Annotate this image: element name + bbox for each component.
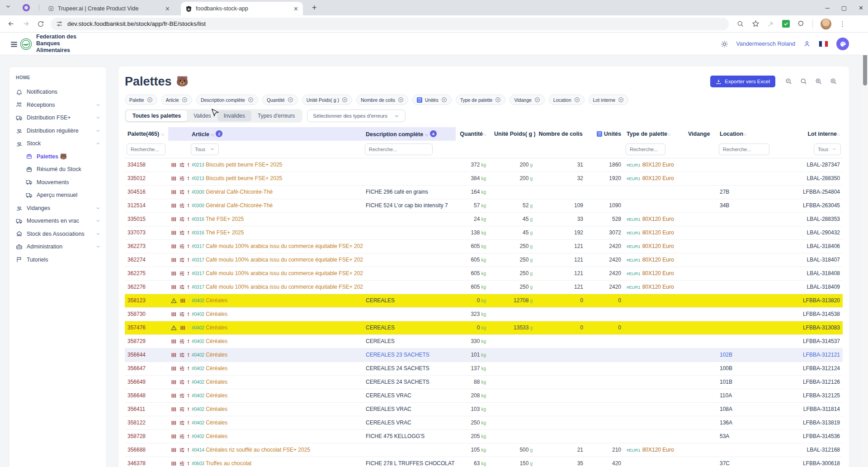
tab-close-icon[interactable]: ✕ — [165, 5, 170, 12]
extension-check-icon[interactable] — [782, 20, 790, 28]
tab-search-icon[interactable] — [5, 4, 11, 9]
zoom-out-icon[interactable] — [785, 78, 793, 85]
details-icon[interactable] — [179, 461, 185, 467]
history-icon[interactable] — [187, 203, 189, 209]
extension-disabled-icon[interactable] — [767, 20, 774, 28]
col-header-nombre-colis[interactable]: Nombre de colis — [535, 127, 586, 141]
barcode-icon[interactable] — [171, 406, 177, 412]
barcode-icon[interactable] — [171, 230, 177, 236]
tab-close-icon[interactable]: ✕ — [293, 5, 298, 12]
remove-chip-icon[interactable] — [342, 97, 348, 103]
zoom-fit-icon[interactable] — [830, 78, 837, 85]
col-header-article[interactable]: Article ↑↓2 — [189, 127, 363, 141]
table-row[interactable]: 358729#0402 CéréalesCEREALES330kgLFBBA-3… — [125, 334, 843, 348]
barcode-icon[interactable] — [171, 366, 177, 372]
details-icon[interactable] — [179, 434, 185, 439]
barcode-icon[interactable] — [171, 434, 177, 439]
barcode-icon[interactable] — [171, 271, 177, 276]
barcode-icon[interactable] — [171, 338, 177, 344]
palette-filter-select[interactable]: Recherche... — [127, 143, 165, 155]
remove-chip-icon[interactable] — [441, 97, 447, 103]
table-row[interactable]: 334158#0213 Biscuits petit beurre FSE+ 2… — [125, 158, 843, 172]
sidebar-item-r-sum-du-stock[interactable]: Résumé du Stock — [16, 163, 101, 176]
filter-chip-type-de-palette[interactable]: Type de palette — [456, 95, 506, 105]
table-row[interactable]: 356647#0402 CéréalesCEREALES 24 SACHETS1… — [125, 362, 843, 375]
window-close-button[interactable]: ✕ — [859, 5, 863, 11]
remove-chip-icon[interactable] — [574, 97, 580, 103]
filter-chip-unit-s[interactable]: Unités — [412, 95, 452, 105]
filter-chip-description-compl-te[interactable]: Description complète — [196, 95, 258, 105]
theme-toggle-icon[interactable] — [721, 40, 728, 48]
remove-chip-icon[interactable] — [495, 97, 501, 103]
col-header-unites[interactable]: Unités — [586, 127, 624, 141]
details-icon[interactable] — [179, 271, 185, 276]
history-icon[interactable] — [187, 406, 189, 412]
browser-tab-trupeer[interactable]: Trupeer.ai | Create Product Vide ✕ — [43, 2, 175, 15]
barcode-icon[interactable] — [171, 311, 177, 317]
details-icon[interactable] — [179, 393, 185, 399]
tab-group-icon[interactable] — [23, 4, 30, 11]
details-icon[interactable] — [179, 257, 185, 263]
remove-chip-icon[interactable] — [182, 97, 188, 103]
table-row[interactable]: 356649#0402 CéréalesCEREALES 24 SACHETS8… — [125, 375, 843, 389]
details-icon[interactable] — [179, 243, 185, 249]
history-icon[interactable] — [187, 461, 189, 467]
remove-chip-icon[interactable] — [618, 97, 624, 103]
site-settings-icon[interactable] — [56, 20, 63, 27]
url-bar[interactable]: dev.stock.foodbanksit.be/stock/app/fr-BE… — [51, 18, 729, 30]
details-icon[interactable] — [179, 203, 185, 209]
window-maximize-button[interactable]: ▢ — [841, 5, 847, 11]
barcode-icon[interactable] — [171, 393, 177, 399]
barcode-icon[interactable] — [171, 461, 177, 467]
sidebar-item-distribution-r-guli-re[interactable]: Distribution régulière — [16, 124, 101, 138]
page-scrollbar[interactable] — [862, 33, 868, 467]
barcode-icon[interactable] — [171, 284, 177, 290]
barcode-icon[interactable] — [171, 352, 177, 358]
history-icon[interactable] — [187, 271, 189, 276]
barcode-icon[interactable] — [171, 243, 177, 249]
table-row[interactable]: 356644#0402 CéréalesCEREALES 23 SACHETS1… — [125, 348, 843, 362]
table-row[interactable]: 356411#0402 CéréalesCEREALES VRAC103kg10… — [125, 402, 843, 416]
history-icon[interactable] — [187, 393, 189, 399]
details-icon[interactable] — [179, 189, 185, 195]
language-flag-icon[interactable] — [819, 41, 828, 47]
details-icon[interactable] — [179, 311, 185, 317]
details-icon[interactable] — [188, 298, 189, 304]
profile-avatar[interactable] — [821, 19, 831, 29]
col-header-type-palette[interactable]: Type de palette↑↓ — [624, 127, 685, 141]
filter-chip-quantit-[interactable]: Quantité — [262, 95, 298, 105]
details-icon[interactable] — [179, 420, 185, 426]
details-icon[interactable] — [179, 406, 185, 412]
barcode-icon[interactable] — [171, 447, 177, 453]
history-icon[interactable] — [187, 176, 189, 181]
history-icon[interactable] — [187, 420, 189, 426]
history-icon[interactable] — [187, 243, 189, 249]
bookmark-star-icon[interactable] — [752, 20, 760, 28]
history-icon[interactable] — [187, 189, 189, 195]
reload-button[interactable] — [37, 20, 44, 28]
filter-chip-lot-interne[interactable]: Lot interne — [589, 95, 629, 105]
article-filter-select[interactable]: Tous — [191, 143, 219, 155]
sidebar-item-mouvements[interactable]: Mouvements — [16, 176, 101, 189]
table-row[interactable]: 356688#0414 Céréales riz soufflé au choc… — [125, 443, 843, 457]
sidebar-item-tutoriels[interactable]: Tutoriels — [16, 253, 101, 267]
col-header-lot-interne[interactable]: Lot interne↑↓ — [772, 127, 843, 141]
remove-chip-icon[interactable] — [288, 97, 293, 103]
col-header-quantite[interactable]: Quantité↑↓ — [456, 127, 489, 141]
history-icon[interactable] — [187, 366, 189, 372]
table-row[interactable]: 335015#0316 Thé FSE+ 202524kg45g33528#EU… — [125, 212, 843, 226]
barcode-icon[interactable] — [171, 420, 177, 426]
zoom-reset-icon[interactable] — [800, 78, 807, 85]
filter-chip-nombre-de-colis[interactable]: Nombre de colis — [356, 95, 408, 105]
hamburger-menu-icon[interactable] — [10, 40, 18, 48]
tab-toutes-les-palettes[interactable]: Toutes les palettes — [126, 110, 187, 121]
location-search-input[interactable] — [719, 143, 769, 155]
barcode-icon[interactable] — [171, 257, 177, 263]
details-icon[interactable] — [188, 325, 189, 331]
zoom-page-icon[interactable] — [737, 20, 744, 28]
history-icon[interactable] — [187, 379, 189, 385]
location-value[interactable]: 102B — [720, 352, 732, 358]
sidebar-item-distribution-fse-[interactable]: Distribution FSE+ — [16, 111, 101, 124]
history-icon[interactable] — [187, 434, 189, 439]
back-button[interactable] — [7, 20, 15, 28]
